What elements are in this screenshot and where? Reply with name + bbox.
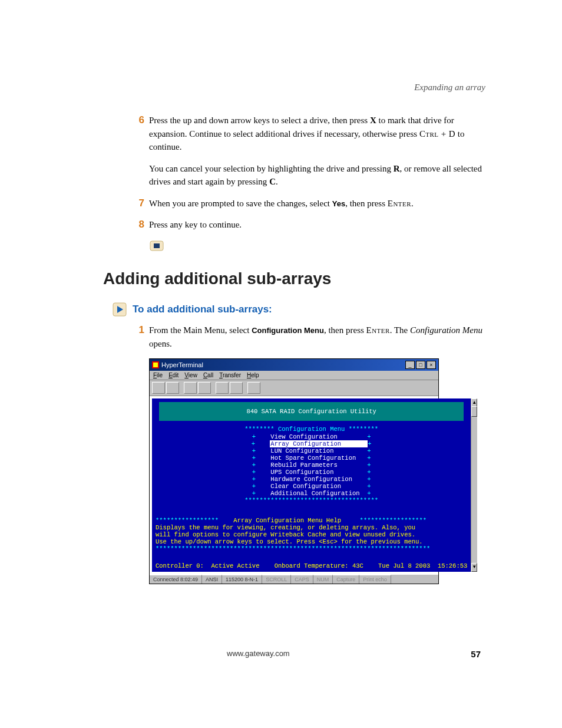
menu-footer-line: ************************************ xyxy=(156,497,467,504)
terminal-area: 840 SATA RAID Configuration Utility ****… xyxy=(152,398,471,571)
steps-continued: 6Press the up and down arrow keys to sel… xyxy=(129,114,485,253)
window-titlebar: HyperTerminal _ □ × xyxy=(150,359,438,371)
scroll-thumb[interactable] xyxy=(471,406,477,417)
help-line: Use the up/down arrow keys to select. Pr… xyxy=(156,538,423,545)
svg-rect-5 xyxy=(153,363,158,367)
menu-call[interactable]: Call xyxy=(203,372,213,378)
step: 7When you are prompted to save the chang… xyxy=(129,197,485,210)
help-footer-line: ****************************************… xyxy=(156,545,430,552)
vertical-scrollbar[interactable]: ▲ ▼ xyxy=(471,398,477,571)
toolbar-button[interactable] xyxy=(198,382,211,394)
help-title: Array Configuration Menu Help xyxy=(233,517,341,524)
menu-header: ******** Configuration Menu ******** xyxy=(156,426,467,433)
toolbar-button[interactable] xyxy=(184,382,197,394)
menu-help[interactable]: Help xyxy=(247,372,259,378)
toolbar-button[interactable] xyxy=(230,382,243,394)
status-emulation: ANSI xyxy=(202,575,222,584)
embedded-screenshot: HyperTerminal _ □ × FileEditViewCallTran… xyxy=(149,358,439,584)
maximize-button[interactable]: □ xyxy=(416,361,425,369)
menu-view[interactable]: View xyxy=(184,372,197,378)
step-continuation: You can cancel your selection by highlig… xyxy=(149,162,485,189)
status-port: 115200 8-N-1 xyxy=(222,575,262,584)
step-number: 6 xyxy=(129,114,149,154)
config-menu-item[interactable]: + View Configuration + xyxy=(156,433,467,440)
page-number: 57 xyxy=(471,649,481,659)
step-text: Press any key to continue. xyxy=(149,218,485,232)
status-indicator: Capture xyxy=(333,575,359,584)
config-menu-item[interactable]: + LUN Configuration + xyxy=(156,447,467,454)
steps-new: 1From the Main Menu, select Configuratio… xyxy=(129,324,485,350)
toolbar-button[interactable] xyxy=(152,382,165,394)
config-menu-item[interactable]: + Rebuild Parameters + xyxy=(156,462,467,469)
status-indicator: Print echo xyxy=(359,575,391,584)
page-footer: www.gateway.com 57 xyxy=(103,649,485,659)
utility-title: 840 SATA RAID Configuration Utility xyxy=(159,402,464,421)
footer-url: www.gateway.com xyxy=(227,649,290,659)
end-of-procedure-icon xyxy=(149,240,485,253)
step-text: Press the up and down arrow keys to sele… xyxy=(149,114,485,154)
svg-rect-1 xyxy=(154,243,160,248)
config-menu-item[interactable]: + Additional Configuration + xyxy=(156,490,467,497)
menubar: FileEditViewCallTransferHelp xyxy=(150,371,438,380)
menu-file[interactable]: File xyxy=(153,372,163,378)
config-menu-item[interactable]: + Hot Spare Configuration + xyxy=(156,454,467,462)
section-title: Adding additional sub-arrays xyxy=(103,269,485,288)
step: 6Press the up and down arrow keys to sel… xyxy=(129,114,485,154)
procedure-heading: To add additional sub-arrays: xyxy=(133,304,272,315)
status-indicator: NUM xyxy=(313,575,333,584)
menu-edit[interactable]: Edit xyxy=(168,372,178,378)
toolbar-button[interactable] xyxy=(216,382,229,394)
config-menu-item[interactable]: + Hardware Configuration + xyxy=(156,476,467,483)
step-text: When you are prompted to save the change… xyxy=(149,197,485,210)
status-indicator: SCROLL xyxy=(262,575,291,584)
step-number: 7 xyxy=(129,197,149,210)
controller-status-line: Controller 0: Active Active Onboard Temp… xyxy=(156,562,467,569)
step: 1From the Main Menu, select Configuratio… xyxy=(129,324,485,350)
help-line: will find options to configure Writeback… xyxy=(156,531,415,538)
play-icon xyxy=(113,302,127,317)
app-icon xyxy=(152,361,159,368)
running-header: Expanding an array xyxy=(103,83,485,93)
status-indicator: CAPS xyxy=(291,575,313,584)
step-number: 8 xyxy=(129,218,149,232)
help-line: Displays the menu for viewing, creating,… xyxy=(156,524,415,531)
config-menu-item[interactable]: + Clear Configuration + xyxy=(156,483,467,490)
menu-transfer[interactable]: Transfer xyxy=(219,372,241,378)
statusbar: Connected 8:02:49ANSI115200 8-N-1SCROLLC… xyxy=(150,574,438,584)
step: 8Press any key to continue. xyxy=(129,218,485,232)
step-number: 1 xyxy=(129,324,149,350)
window-title: HyperTerminal xyxy=(161,361,203,368)
config-menu-item[interactable]: + Array Configuration + xyxy=(156,440,467,447)
help-stars-left: ***************** xyxy=(156,517,219,524)
status-connection: Connected 8:02:49 xyxy=(150,575,202,584)
minimize-button[interactable]: _ xyxy=(405,361,415,369)
toolbar-button[interactable] xyxy=(166,382,179,394)
toolbar-button[interactable] xyxy=(247,382,260,394)
procedure-heading-row: To add additional sub-arrays: xyxy=(113,302,485,317)
help-stars-right: ****************** xyxy=(360,517,427,524)
scroll-down-button[interactable]: ▼ xyxy=(471,563,477,572)
toolbar xyxy=(150,380,438,396)
step-text: From the Main Menu, select Configuration… xyxy=(149,324,485,350)
close-button[interactable]: × xyxy=(427,361,436,369)
config-menu-item[interactable]: + UPS Configuration + xyxy=(156,469,467,476)
